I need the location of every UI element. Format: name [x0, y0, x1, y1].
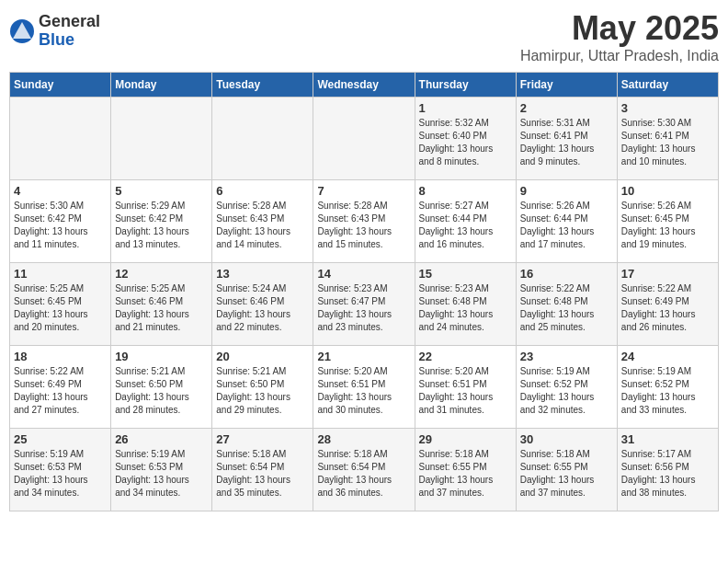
- calendar-cell: 2Sunrise: 5:31 AM Sunset: 6:41 PM Daylig…: [516, 98, 617, 180]
- day-info: Sunrise: 5:20 AM Sunset: 6:51 PM Dayligh…: [317, 365, 410, 417]
- calendar-cell: 22Sunrise: 5:20 AM Sunset: 6:51 PM Dayli…: [415, 346, 516, 429]
- calendar-cell: 6Sunrise: 5:28 AM Sunset: 6:43 PM Daylig…: [212, 180, 313, 263]
- day-info: Sunrise: 5:31 AM Sunset: 6:41 PM Dayligh…: [520, 117, 613, 168]
- day-number: 13: [216, 267, 309, 281]
- calendar-header-row: SundayMondayTuesdayWednesdayThursdayFrid…: [10, 73, 719, 98]
- day-info: Sunrise: 5:22 AM Sunset: 6:49 PM Dayligh…: [621, 282, 714, 334]
- calendar-cell: 10Sunrise: 5:26 AM Sunset: 6:45 PM Dayli…: [617, 180, 718, 263]
- day-header-sunday: Sunday: [10, 73, 111, 98]
- day-info: Sunrise: 5:18 AM Sunset: 6:55 PM Dayligh…: [419, 448, 512, 500]
- day-number: 21: [317, 350, 410, 363]
- day-info: Sunrise: 5:23 AM Sunset: 6:47 PM Dayligh…: [317, 282, 410, 334]
- calendar-cell: 13Sunrise: 5:24 AM Sunset: 6:46 PM Dayli…: [212, 263, 313, 346]
- logo-general-text: General: [39, 13, 100, 31]
- day-number: 10: [621, 184, 714, 198]
- day-info: Sunrise: 5:23 AM Sunset: 6:48 PM Dayligh…: [419, 282, 512, 334]
- day-info: Sunrise: 5:19 AM Sunset: 6:53 PM Dayligh…: [14, 448, 107, 500]
- day-number: 7: [317, 184, 410, 198]
- calendar-week-1: 1Sunrise: 5:32 AM Sunset: 6:40 PM Daylig…: [10, 98, 719, 180]
- calendar-cell: 30Sunrise: 5:18 AM Sunset: 6:55 PM Dayli…: [516, 429, 617, 511]
- day-info: Sunrise: 5:24 AM Sunset: 6:46 PM Dayligh…: [216, 282, 309, 334]
- calendar-cell: 12Sunrise: 5:25 AM Sunset: 6:46 PM Dayli…: [111, 263, 212, 346]
- day-info: Sunrise: 5:26 AM Sunset: 6:45 PM Dayligh…: [621, 200, 714, 251]
- day-info: Sunrise: 5:32 AM Sunset: 6:40 PM Dayligh…: [419, 117, 512, 168]
- calendar-cell: 8Sunrise: 5:27 AM Sunset: 6:44 PM Daylig…: [415, 180, 516, 263]
- day-header-tuesday: Tuesday: [212, 73, 313, 98]
- day-number: 2: [520, 101, 613, 115]
- day-info: Sunrise: 5:21 AM Sunset: 6:50 PM Dayligh…: [115, 365, 208, 417]
- title-area: May 2025 Hamirpur, Uttar Pradesh, India: [520, 9, 719, 64]
- logo-blue-text: Blue: [39, 31, 100, 50]
- calendar-cell: 7Sunrise: 5:28 AM Sunset: 6:43 PM Daylig…: [313, 180, 415, 263]
- day-number: 3: [621, 101, 714, 115]
- day-info: Sunrise: 5:18 AM Sunset: 6:54 PM Dayligh…: [317, 448, 410, 500]
- day-header-monday: Monday: [111, 73, 212, 98]
- calendar-cell: 25Sunrise: 5:19 AM Sunset: 6:53 PM Dayli…: [10, 429, 111, 511]
- day-header-friday: Friday: [516, 73, 617, 98]
- day-number: 15: [419, 267, 512, 281]
- day-info: Sunrise: 5:26 AM Sunset: 6:44 PM Dayligh…: [520, 200, 613, 251]
- day-info: Sunrise: 5:22 AM Sunset: 6:48 PM Dayligh…: [520, 282, 613, 334]
- calendar-cell: 17Sunrise: 5:22 AM Sunset: 6:49 PM Dayli…: [617, 263, 718, 346]
- day-number: 30: [520, 432, 613, 446]
- calendar-cell: 18Sunrise: 5:22 AM Sunset: 6:49 PM Dayli…: [10, 346, 111, 429]
- day-number: 19: [115, 350, 208, 363]
- day-info: Sunrise: 5:19 AM Sunset: 6:53 PM Dayligh…: [115, 448, 208, 500]
- calendar-week-5: 25Sunrise: 5:19 AM Sunset: 6:53 PM Dayli…: [10, 429, 719, 511]
- calendar-cell: 29Sunrise: 5:18 AM Sunset: 6:55 PM Dayli…: [415, 429, 516, 511]
- day-info: Sunrise: 5:20 AM Sunset: 6:51 PM Dayligh…: [419, 365, 512, 417]
- calendar-cell: 16Sunrise: 5:22 AM Sunset: 6:48 PM Dayli…: [516, 263, 617, 346]
- day-number: 22: [419, 350, 512, 363]
- calendar-week-2: 4Sunrise: 5:30 AM Sunset: 6:42 PM Daylig…: [10, 180, 719, 263]
- day-number: 11: [14, 267, 107, 281]
- calendar-cell: 28Sunrise: 5:18 AM Sunset: 6:54 PM Dayli…: [313, 429, 415, 511]
- calendar-cell: 20Sunrise: 5:21 AM Sunset: 6:50 PM Dayli…: [212, 346, 313, 429]
- logo: General Blue: [9, 13, 100, 50]
- calendar-cell: 4Sunrise: 5:30 AM Sunset: 6:42 PM Daylig…: [10, 180, 111, 263]
- calendar-body: 1Sunrise: 5:32 AM Sunset: 6:40 PM Daylig…: [10, 98, 719, 511]
- day-number: 9: [520, 184, 613, 198]
- calendar-cell: [313, 98, 415, 180]
- day-number: 5: [115, 184, 208, 198]
- calendar-cell: 27Sunrise: 5:18 AM Sunset: 6:54 PM Dayli…: [212, 429, 313, 511]
- calendar-cell: 9Sunrise: 5:26 AM Sunset: 6:44 PM Daylig…: [516, 180, 617, 263]
- day-number: 12: [115, 267, 208, 281]
- location: Hamirpur, Uttar Pradesh, India: [520, 48, 719, 64]
- calendar-cell: 21Sunrise: 5:20 AM Sunset: 6:51 PM Dayli…: [313, 346, 415, 429]
- header: General Blue May 2025 Hamirpur, Uttar Pr…: [9, 9, 719, 64]
- day-info: Sunrise: 5:19 AM Sunset: 6:52 PM Dayligh…: [520, 365, 613, 417]
- calendar-cell: 23Sunrise: 5:19 AM Sunset: 6:52 PM Dayli…: [516, 346, 617, 429]
- day-number: 14: [317, 267, 410, 281]
- day-info: Sunrise: 5:27 AM Sunset: 6:44 PM Dayligh…: [419, 200, 512, 251]
- day-number: 27: [216, 432, 309, 446]
- day-header-wednesday: Wednesday: [313, 73, 415, 98]
- calendar-cell: 11Sunrise: 5:25 AM Sunset: 6:45 PM Dayli…: [10, 263, 111, 346]
- day-info: Sunrise: 5:29 AM Sunset: 6:42 PM Dayligh…: [115, 200, 208, 251]
- day-number: 16: [520, 267, 613, 281]
- day-info: Sunrise: 5:19 AM Sunset: 6:52 PM Dayligh…: [621, 365, 714, 417]
- calendar-cell: 15Sunrise: 5:23 AM Sunset: 6:48 PM Dayli…: [415, 263, 516, 346]
- calendar-week-3: 11Sunrise: 5:25 AM Sunset: 6:45 PM Dayli…: [10, 263, 719, 346]
- calendar-cell: 3Sunrise: 5:30 AM Sunset: 6:41 PM Daylig…: [617, 98, 718, 180]
- day-number: 24: [621, 350, 714, 363]
- calendar-cell: 14Sunrise: 5:23 AM Sunset: 6:47 PM Dayli…: [313, 263, 415, 346]
- day-info: Sunrise: 5:17 AM Sunset: 6:56 PM Dayligh…: [621, 448, 714, 500]
- day-number: 31: [621, 432, 714, 446]
- logo-icon: [9, 18, 35, 44]
- day-number: 23: [520, 350, 613, 363]
- day-info: Sunrise: 5:25 AM Sunset: 6:46 PM Dayligh…: [115, 282, 208, 334]
- day-number: 28: [317, 432, 410, 446]
- day-header-thursday: Thursday: [415, 73, 516, 98]
- day-header-saturday: Saturday: [617, 73, 718, 98]
- day-info: Sunrise: 5:21 AM Sunset: 6:50 PM Dayligh…: [216, 365, 309, 417]
- month-title: May 2025: [520, 9, 719, 48]
- day-number: 29: [419, 432, 512, 446]
- calendar-cell: 24Sunrise: 5:19 AM Sunset: 6:52 PM Dayli…: [617, 346, 718, 429]
- day-number: 18: [14, 350, 107, 363]
- calendar-cell: [10, 98, 111, 180]
- day-number: 25: [14, 432, 107, 446]
- calendar-week-4: 18Sunrise: 5:22 AM Sunset: 6:49 PM Dayli…: [10, 346, 719, 429]
- day-number: 4: [14, 184, 107, 198]
- day-info: Sunrise: 5:18 AM Sunset: 6:55 PM Dayligh…: [520, 448, 613, 500]
- day-info: Sunrise: 5:30 AM Sunset: 6:42 PM Dayligh…: [14, 200, 107, 251]
